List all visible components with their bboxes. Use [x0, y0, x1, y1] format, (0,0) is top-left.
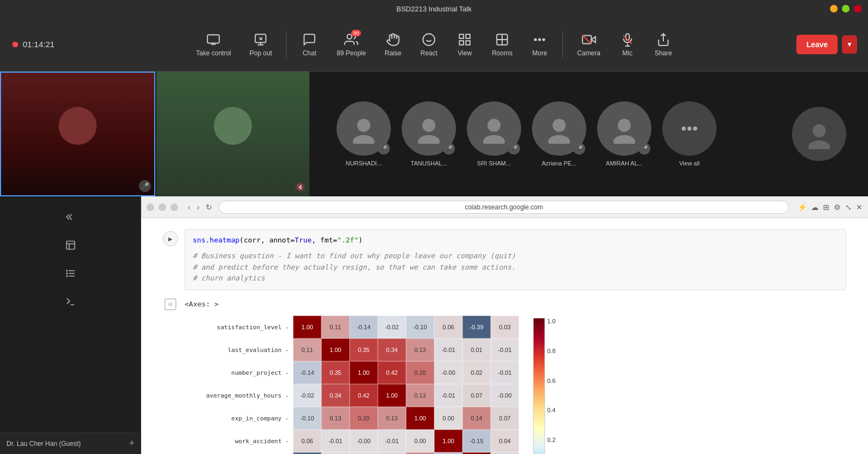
browser-back[interactable]: ‹ — [186, 202, 193, 213]
browser-icon-3[interactable]: ⊞ — [823, 203, 829, 212]
heatmap-cell-1-3: 0.34 — [378, 338, 406, 361]
browser-close — [147, 203, 154, 211]
code-content-1[interactable]: sns.heatmap(corr, annot=True, fmt=".2f")… — [185, 229, 846, 290]
colorbar-gradient — [533, 318, 545, 454]
share-button[interactable]: Share — [647, 29, 680, 60]
avatar-item-azriana: 🎤 Azriana PE... — [532, 101, 586, 167]
sidebar-layout-button[interactable] — [61, 235, 80, 255]
browser-icons: ⚡ ☁ ⊞ ⚙ ⤡ ✕ — [797, 203, 863, 212]
svg-point-37 — [808, 140, 830, 149]
heatmap-cell-2-1: 0.35 — [321, 361, 350, 384]
heatmap-cell-4-0: -0.10 — [293, 407, 321, 430]
people-icon: 90 — [344, 32, 359, 47]
svg-point-27 — [487, 119, 500, 132]
svg-point-35 — [694, 127, 696, 130]
more-label: More — [533, 49, 547, 57]
leave-button[interactable]: Leave — [796, 35, 838, 54]
heatmap-row-label-2: number_project - — [190, 369, 293, 376]
view-all-button[interactable]: View all — [662, 101, 717, 167]
leave-dropdown-button[interactable]: ▼ — [842, 35, 857, 54]
code-cell-1: ▶ sns.heatmap(corr, annot=True, fmt=".2f… — [163, 229, 846, 290]
heatmap-cell-1-6: 0.01 — [462, 338, 491, 361]
sidebar-nav-button[interactable] — [61, 207, 80, 227]
sidebar-left: Dr. Lau Cher Han (Guest) + — [0, 196, 141, 454]
avatar-item-tanushal: 🎤 TANUSHAL... — [402, 101, 456, 167]
sidebar-list-button[interactable] — [61, 264, 80, 283]
heatmap-cell-3-4: 0.13 — [406, 384, 434, 407]
browser-url[interactable]: colab.research.google.com — [219, 201, 789, 214]
browser-icon-1[interactable]: ⚡ — [797, 203, 807, 212]
head-silhouette-2 — [214, 107, 252, 145]
svg-point-33 — [682, 127, 685, 130]
heatmap-cell-2-7: -0.01 — [491, 361, 519, 384]
add-icon[interactable]: + — [129, 438, 135, 449]
output-icon: ⊟ — [164, 298, 176, 310]
heatmap-cell-5-5: 1.00 — [434, 430, 462, 452]
heatmap-cell-4-1: 0.13 — [321, 407, 350, 430]
react-button[interactable]: React — [413, 29, 445, 60]
browser-max — [170, 203, 178, 211]
person-video-1 — [1, 73, 154, 195]
rooms-button[interactable]: Rooms — [484, 29, 520, 60]
heatmap-cell-2-5: -0.00 — [434, 361, 462, 384]
svg-point-23 — [357, 119, 370, 132]
browser-icon-2[interactable]: ☁ — [811, 203, 819, 212]
avatar-name-tanushal: TANUSHAL... — [410, 160, 447, 167]
rooms-icon — [495, 32, 510, 47]
heatmap-cell-3-0: -0.02 — [293, 384, 321, 407]
heatmap-row-0: satisfaction_level -1.000.11-0.14-0.02-0… — [190, 316, 519, 338]
people-button[interactable]: 90 89 People — [329, 29, 373, 60]
browser-icon-5[interactable]: ⤡ — [845, 203, 852, 212]
heatmap-cell-4-5: 0.00 — [434, 407, 462, 430]
raise-button[interactable]: Raise — [377, 29, 409, 60]
person-video-2 — [156, 72, 309, 196]
avatar-mic-azriana: 🎤 — [573, 143, 585, 155]
view-button[interactable]: View — [448, 29, 481, 60]
svg-point-45 — [66, 273, 67, 274]
pop-out-button[interactable]: Pop out — [242, 29, 280, 60]
toolbar-left: ⏺ 01:14:21 — [11, 40, 54, 49]
code-paren: (corr, annot= — [239, 236, 295, 244]
browser-forward[interactable]: › — [195, 202, 202, 213]
heatmap-row-3: average_monthly_hours --0.020.340.421.00… — [190, 384, 519, 407]
avatar-mic-amirah: 🎤 — [638, 143, 650, 155]
code-close: ) — [358, 236, 363, 244]
svg-point-13 — [535, 39, 536, 40]
take-control-icon — [206, 32, 221, 47]
raise-icon — [385, 32, 401, 47]
svg-point-15 — [543, 39, 544, 40]
heatmap-cell-5-7: 0.04 — [491, 430, 519, 452]
mic-button[interactable]: Mic — [611, 29, 644, 60]
maximize-button[interactable]: □ — [842, 5, 850, 12]
code-comma: , fmt= — [312, 236, 337, 244]
people-label: 89 People — [337, 49, 366, 57]
svg-point-3 — [423, 34, 435, 46]
mute-overlay-2: 🔇 — [294, 181, 306, 193]
camera-button[interactable]: Camera — [569, 29, 608, 60]
avatar-mic-tanushal: 🎤 — [443, 143, 455, 155]
people-badge: 90 — [351, 30, 361, 36]
more-button[interactable]: More — [523, 29, 556, 60]
record-icon: ⏺ — [11, 40, 20, 49]
sidebar-terminal-button[interactable] — [61, 292, 80, 311]
close-button[interactable]: ✕ — [854, 5, 861, 12]
heatmap-cell-5-4: 0.00 — [406, 430, 434, 452]
chat-button[interactable]: Chat — [293, 29, 326, 60]
take-control-label: Take control — [196, 49, 231, 57]
heatmap-cell-5-1: -0.01 — [321, 430, 350, 452]
browser-refresh[interactable]: ↻ — [204, 202, 214, 213]
browser-nav: ‹ › ↻ — [186, 202, 214, 213]
browser-icon-6[interactable]: ✕ — [856, 203, 863, 212]
mic-label: Mic — [623, 49, 633, 57]
browser-min — [159, 203, 166, 211]
heatmap-grid-wrapper: satisfaction_level -1.000.11-0.14-0.02-0… — [190, 316, 519, 454]
browser-icon-4[interactable]: ⚙ — [834, 203, 841, 212]
svg-rect-7 — [466, 34, 470, 39]
cb-label-06: 0.6 — [547, 378, 557, 384]
take-control-button[interactable]: Take control — [188, 29, 239, 60]
minimize-button[interactable]: ─ — [830, 5, 838, 12]
comment-2: # and predict before they actually resig… — [193, 262, 838, 273]
run-button-1[interactable]: ▶ — [163, 231, 178, 246]
comment-1: # Business question - I want to find out… — [193, 251, 838, 262]
toolbar-divider-1 — [286, 31, 287, 58]
